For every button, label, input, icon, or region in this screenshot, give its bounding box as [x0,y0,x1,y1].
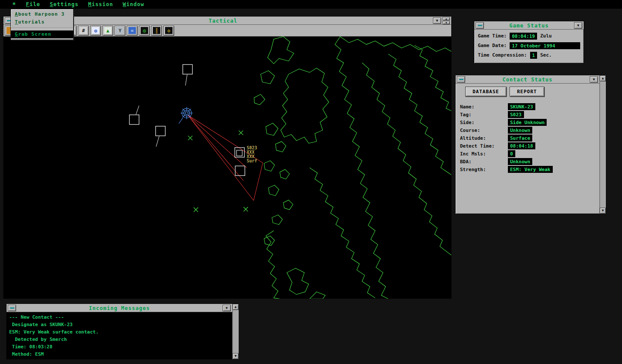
menu-item-mission[interactable]: Mission [83,0,118,8]
terrain-button[interactable]: ▲ [102,26,113,36]
flash-icon: ◇ [165,27,172,34]
menu-item-about-harpoon-3[interactable]: About Harpoon 3 [11,10,73,18]
incoming-messages-window: Incoming Messages ▼ --- New Contact --- … [6,303,239,360]
radar-button[interactable]: ◎ [139,26,150,36]
scroll-up-button[interactable]: ▲ [443,17,450,20]
message-line: ESM: Very Weak surface contact. [9,328,230,336]
scroll-up-button[interactable]: ▲ [233,304,239,310]
field-value: ESM: Very Weak [508,166,553,173]
contact-label: Surf [247,158,257,163]
report-button[interactable]: REPORT [510,87,544,97]
messages-titlebar: Incoming Messages ▼ [7,304,232,312]
message-line: Designate as SKUNK-23 [9,321,230,328]
coastline [264,236,274,246]
esm-bearing-line [188,115,247,168]
map-canvas: S023XXXXXXSurf [3,37,451,299]
terrain-icon: ▲ [104,27,112,34]
game-status-title: Game Status [485,23,573,29]
coastline [268,185,279,195]
menu-item-file[interactable]: File [21,0,45,8]
app-menu-icon[interactable]: * [12,1,16,8]
collapse-button[interactable]: ▼ [433,17,441,24]
tactical-title: Tactical [14,18,432,24]
vertical-scrollbar[interactable]: ▲ ▼ [599,75,606,214]
contact-status-titlebar: Contact Status ▼ [456,75,599,84]
grid-icon: # [80,27,87,34]
field-value: SKUNK-23 [508,103,535,110]
window-menu-button[interactable] [457,76,465,83]
scrollbar-track[interactable] [233,310,239,353]
coastline [287,268,309,294]
ocean-button[interactable]: ≈ [127,26,138,36]
field-value: Surface [508,135,532,142]
scroll-down-button[interactable]: ▼ [443,21,450,24]
window-menu-dash-icon [10,307,14,309]
scroll-down-button[interactable]: ▼ [233,353,239,359]
coastline [388,54,451,175]
contact-status-fields: Name:SKUNK-23Tag:S023Side:Side UnknownCo… [456,99,599,177]
field-label: Strength: [460,167,486,172]
coastline [267,37,294,64]
coastline [362,63,451,255]
coastline [266,123,278,135]
field-label: Tag: [460,112,472,118]
window-menu-dash-icon [459,79,463,80]
contact-leader [186,74,187,85]
coastline [254,94,265,105]
window-menu-button[interactable] [8,305,16,311]
coastline [415,45,451,111]
messages-title: Incoming Messages [17,305,221,311]
coastline [266,231,280,299]
window-menu-button[interactable] [476,22,484,29]
flash-button[interactable]: ◇ [163,26,174,36]
field-suffix: Sec. [540,52,552,58]
field-label: Course: [460,128,480,133]
database-button[interactable]: DATABASE [465,87,507,97]
scroll-down-button[interactable]: ▼ [600,208,606,214]
field-value: 08:04:19 [510,33,537,40]
vertical-scrollbar[interactable]: ▲ ▼ [232,304,239,359]
contact-status-window: Contact Status ▼ DATABASEREPORT Name:SKU… [455,75,606,214]
globe-button[interactable]: ◍ [90,26,101,36]
contact-leader [136,106,139,115]
field-suffix: Zulu [540,33,552,39]
coastline [264,161,274,171]
menu-item-grab-screen[interactable]: Grab Screen [11,30,73,38]
esm-bearing-edge [254,163,263,200]
field-label: Name: [460,104,474,110]
coastline [260,71,274,84]
scrollbar-track[interactable] [600,81,606,208]
collapse-button[interactable]: ▼ [590,76,598,83]
field-value: 17 October 1994 [510,42,580,49]
contact-symbol [235,166,245,175]
file-dropdown-menu: About Harpoon 3TutorialsGrab Screen [10,9,74,40]
field-value: S023 [508,111,524,118]
coastline [310,292,325,299]
contact-status-buttons: DATABASEREPORT [456,84,599,99]
scroll-up-button[interactable]: ▲ [600,75,606,81]
depth-bars-button[interactable]: ║ [151,26,162,36]
game-status-body: Game Time:08:04:19ZuluGame Date:17 Octob… [474,30,584,61]
field-value: 1 [530,52,537,59]
menu-item-window[interactable]: Window [118,0,149,8]
sensors-button[interactable]: Y [115,26,125,36]
game-status-titlebar: Game Status ▼ [474,21,584,30]
coastline [284,200,293,209]
status-row: Game Date:17 October 1994 [478,41,580,50]
field-value: Unknown [508,127,532,134]
tactical-map[interactable]: S023XXXXXXSurf [3,37,451,299]
globe-icon: ◍ [92,27,99,34]
field-label: Detect Time: [460,143,494,149]
coastline [335,37,388,299]
collapse-button[interactable]: ▼ [223,305,231,311]
grid-button[interactable]: # [78,26,89,36]
message-line: --- New Contact --- [9,313,230,321]
field-label: Side: [460,120,474,125]
tactical-window: Tactical ▼ ▲ ▼ +−○#◍▲Y≈◎║◇ S023XXXXXXSur… [3,16,452,299]
field-label: Game Date: [478,43,507,48]
collapse-button[interactable]: ▼ [574,22,582,29]
message-line: Time: 08:03:28 [9,343,230,351]
menu-item-tutorials[interactable]: Tutorials [11,18,73,26]
window-scroll-buttons: ▲ ▼ [443,17,450,24]
menu-item-settings[interactable]: Settings [45,0,83,8]
